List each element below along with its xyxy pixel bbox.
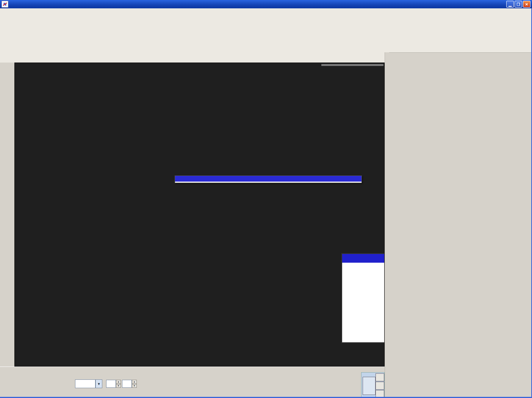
timeline[interactable] <box>0 367 385 398</box>
edit-tool-column <box>0 63 14 367</box>
tooltip-title <box>175 176 361 182</box>
main-toolbar <box>0 17 532 34</box>
layer-toolbar <box>0 34 532 53</box>
lightning-layer-header <box>0 52 385 63</box>
application-window: N ▁ ❐ ✕ ▼ ▲▼ <box>0 0 532 398</box>
time-link-panel2-button[interactable] <box>376 382 384 390</box>
title-bar: N ▁ ❐ ✕ <box>0 0 532 8</box>
minimize-button[interactable]: ▁ <box>506 1 514 8</box>
close-button[interactable]: ✕ <box>523 1 530 8</box>
legend-title <box>342 254 385 263</box>
main-map[interactable] <box>14 63 385 367</box>
lightning-legend <box>341 253 385 343</box>
app-logo-icon: N <box>2 1 8 8</box>
restore-button[interactable]: ❐ <box>515 1 522 8</box>
time-link-widget <box>361 372 385 398</box>
lightning-tooltip <box>175 175 362 183</box>
time-link-all-button[interactable] <box>363 377 376 395</box>
time-control-bar: ▼ ▲▼ ▲▼ <box>0 367 385 398</box>
legend-scale <box>342 263 385 342</box>
panel-divider <box>385 52 389 398</box>
time-link-panel1-button[interactable] <box>376 373 384 381</box>
obs-title <box>322 65 383 65</box>
obs-layer-label <box>321 64 383 66</box>
weather-map-canvas <box>15 63 385 367</box>
menu-bar <box>0 8 532 18</box>
tooltip-body <box>175 182 361 183</box>
